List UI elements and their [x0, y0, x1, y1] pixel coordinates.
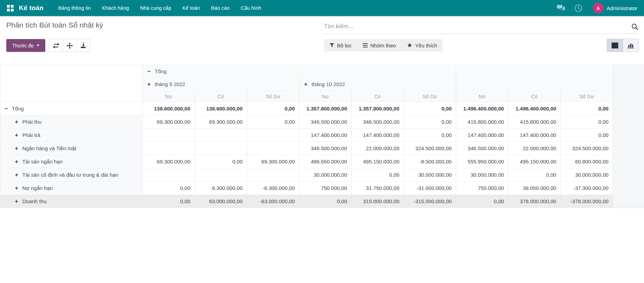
pivot-measure-header[interactable]: Có [508, 91, 561, 102]
pivot-value-cell: 22.000.000,00 [352, 142, 404, 155]
pivot-row: −Tổng138.600.000,00138.600.000,000,001.3… [0, 102, 613, 115]
pivot-row-header[interactable]: −Tổng [0, 102, 143, 115]
expand-icon[interactable]: + [14, 119, 19, 125]
pivot-measure-header[interactable]: Số Dư [404, 91, 456, 102]
pivot-value-cell: 346.500.000,00 [456, 142, 508, 155]
nav-item[interactable]: Báo cáo [206, 0, 235, 16]
pivot-value-cell [195, 129, 247, 142]
pivot-value-cell: 0,00 [247, 102, 299, 115]
pivot-measure-header[interactable]: Nợ [299, 91, 352, 102]
pivot-total-col-header [456, 65, 613, 91]
filters-button[interactable]: Bộ lọc [324, 39, 357, 52]
table-grid-icon [612, 43, 618, 48]
nav-item[interactable]: Bảng thông tin [53, 0, 97, 16]
expand-icon[interactable]: + [14, 198, 19, 205]
swap-arrows-icon [53, 43, 60, 48]
pivot-row: +Ngân hàng và Tiền mặt346.500.000,0022.0… [0, 142, 613, 155]
expand-icon[interactable]: + [14, 172, 19, 178]
download-button[interactable] [76, 39, 90, 52]
funnel-icon [330, 43, 334, 47]
search-icon [631, 23, 638, 30]
pivot-value-cell: 69.300.000,00 [195, 115, 247, 129]
pivot-value-cell: 60.800.000,00 [561, 155, 613, 168]
pivot-col-header[interactable]: +tháng 10 2022 [299, 78, 456, 91]
chevron-down-icon [37, 45, 39, 46]
pivot-value-cell: 22.000.000,00 [508, 142, 561, 155]
pivot-col-root-header[interactable]: −Tổng [143, 65, 456, 78]
messages-icon[interactable] [557, 4, 565, 12]
pivot-row-header[interactable]: +Tài sản ngắn hạn [0, 155, 143, 168]
pivot-measure-header[interactable]: Nợ [143, 91, 195, 102]
nav-item[interactable]: Kế toán [177, 0, 206, 16]
pivot-measure-header[interactable]: Số Dư [561, 91, 613, 102]
pivot-value-cell: 30.000.000,00 [456, 168, 508, 182]
nav-item[interactable]: Nhà cung cấp [135, 0, 177, 16]
group-by-icon [363, 43, 368, 47]
nav-item[interactable]: Khách hàng [97, 0, 135, 16]
expand-icon[interactable]: + [14, 185, 19, 191]
pivot-value-cell: 30.000.000,00 [561, 168, 613, 182]
search-button[interactable] [631, 23, 639, 30]
flip-axis-button[interactable] [49, 39, 63, 52]
expand-icon[interactable]: + [14, 145, 19, 152]
pivot-measure-header[interactable]: Có [352, 91, 404, 102]
pivot-measure-header[interactable]: Có [195, 91, 247, 102]
favorites-button[interactable]: Yêu thích [401, 39, 443, 52]
measures-button-label: Thước đo [12, 43, 33, 48]
pivot-row-header[interactable]: +Phải thu [0, 115, 143, 129]
move-cross-icon [67, 43, 73, 49]
apps-grid-icon[interactable] [7, 5, 14, 12]
pivot-row-header[interactable]: +Phải trả [0, 129, 143, 142]
measures-dropdown-button[interactable]: Thước đo [6, 39, 45, 52]
control-panel: Phân tích Bút toán Sổ nhật ký Thước đo [0, 16, 644, 65]
top-navbar: Kế toán Bảng thông tinKhách hàngNhà cung… [0, 0, 644, 16]
pivot-value-cell [247, 168, 299, 182]
pivot-value-cell: -63.000.000,00 [247, 195, 299, 208]
pivot-value-cell: 1.357.800.000,00 [299, 102, 352, 115]
user-avatar[interactable]: A [593, 3, 604, 13]
nav-item[interactable]: Cấu hình [235, 0, 267, 16]
pivot-value-cell: 147.400.000,00 [352, 129, 404, 142]
user-name[interactable]: Administrator [607, 5, 637, 11]
pivot-view: −Tổng+tháng 9 2022+tháng 10 2022NợCóSố D… [0, 65, 644, 208]
pivot-row: +Tài sản cố định và đầu tư trung & dài h… [0, 168, 613, 182]
pivot-value-cell: 0,00 [143, 182, 195, 195]
pivot-row-header[interactable]: +Doanh thu [0, 195, 143, 208]
pivot-value-cell: -37.300.000,00 [561, 182, 613, 195]
graph-view-button[interactable] [623, 39, 638, 52]
collapse-icon[interactable]: − [4, 106, 8, 112]
pivot-value-cell: 0,00 [404, 115, 456, 129]
pivot-value-cell: -378.000.000,00 [561, 195, 613, 208]
activities-clock-icon[interactable] [574, 4, 583, 12]
pivot-value-cell: 0,00 [247, 115, 299, 129]
pivot-col-header[interactable]: +tháng 9 2022 [143, 78, 299, 91]
expand-icon[interactable]: + [147, 81, 151, 87]
pivot-measure-header[interactable]: Nợ [456, 91, 508, 102]
pivot-value-cell: 0,00 [508, 168, 561, 182]
pivot-value-cell: 555.950.000,00 [456, 155, 508, 168]
pivot-value-cell: 0,00 [561, 102, 613, 115]
collapse-icon[interactable]: − [147, 68, 151, 75]
expand-icon[interactable]: + [14, 159, 19, 165]
star-icon [407, 43, 412, 48]
group-by-button[interactable]: Nhóm theo [357, 39, 401, 52]
expand-icon[interactable]: + [304, 81, 308, 87]
expand-all-button[interactable] [63, 39, 76, 52]
pivot-row-header[interactable]: +Tài sản cố định và đầu tư trung & dài h… [0, 168, 143, 182]
pivot-value-cell: 0,00 [352, 168, 404, 182]
pivot-row-header[interactable]: +Nợ ngắn hạn [0, 182, 143, 195]
pivot-value-cell: 0,00 [561, 129, 613, 142]
pivot-value-cell: 750.000,00 [299, 182, 352, 195]
pivot-row-header[interactable]: +Ngân hàng và Tiền mặt [0, 142, 143, 155]
app-name[interactable]: Kế toán [19, 4, 44, 12]
expand-icon[interactable]: + [14, 132, 19, 138]
pivot-view-button[interactable] [607, 39, 623, 52]
pivot-value-cell: 69.300.000,00 [247, 155, 299, 168]
pivot-measure-header[interactable]: Số Dư [247, 91, 299, 102]
pivot-value-cell: 486.650.000,00 [299, 155, 352, 168]
page-title: Phân tích Bút toán Sổ nhật ký [6, 21, 324, 29]
search-input[interactable] [324, 23, 631, 30]
pivot-value-cell: 147.400.000,00 [508, 129, 561, 142]
pivot-value-cell [143, 129, 195, 142]
pivot-value-cell: 415.800.000,00 [508, 115, 561, 129]
